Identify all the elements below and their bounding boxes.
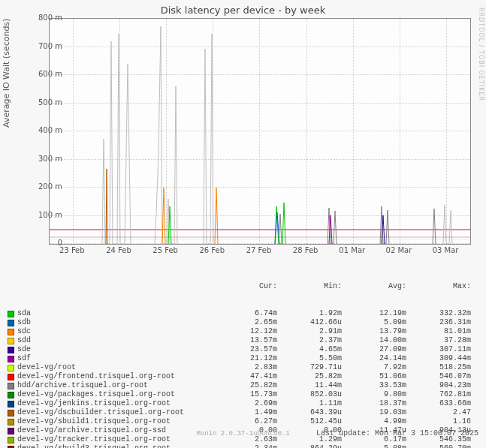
x-tick: 23 Feb	[59, 246, 85, 254]
x-tick: 27 Feb	[246, 246, 272, 254]
legend-swatch	[8, 374, 14, 380]
legend-max: 81.01m	[406, 327, 471, 336]
col-cur: Cur:	[213, 282, 277, 291]
legend-avg: 19.03m	[342, 408, 406, 417]
y-tick: 800 m	[32, 14, 62, 22]
legend-min: 1.11m	[277, 399, 342, 408]
legend-name: devel-vg/packages.trisquel.org-root	[17, 390, 213, 399]
legend-swatch	[8, 356, 14, 362]
col-avg: Avg:	[342, 282, 406, 291]
legend-max: 518.25m	[406, 363, 471, 372]
chart-title: Disk latency per device - by week	[0, 5, 486, 16]
legend-cur: 13.57m	[213, 336, 277, 345]
legend-row: sda6.74m1.92m12.19m332.32m	[8, 309, 478, 318]
legend-cur: 2.69m	[213, 399, 277, 408]
legend-avg: 14.00m	[342, 336, 406, 345]
legend-row: devel-vg/dscbuilder.trisquel.org-root1.4…	[8, 408, 478, 417]
legend-cur: 12.12m	[213, 327, 277, 336]
legend-row: devel-vg/jenkins.trisquel.org-root2.69m1…	[8, 399, 478, 408]
legend-swatch	[8, 329, 14, 335]
legend-avg: 18.37m	[342, 399, 406, 408]
legend-row: devel-vg/sbuild1.trisquel.org-root6.27m5…	[8, 417, 478, 426]
legend-avg: 27.09m	[342, 345, 406, 354]
legend-cur: 2.34m	[213, 444, 277, 448]
legend-cur: 21.12m	[213, 354, 277, 363]
legend-min: 25.82m	[277, 372, 342, 381]
legend-min: 864.29u	[277, 444, 342, 448]
legend-row: devel-vg/root2.83m729.71u7.92m518.25m	[8, 363, 478, 372]
legend-swatch	[8, 419, 14, 425]
legend-avg: 5.08m	[342, 444, 406, 448]
legend-swatch	[8, 338, 14, 344]
legend-row: sdc12.12m2.91m13.79m81.01m	[8, 327, 478, 336]
legend-min: 643.39u	[277, 408, 342, 417]
legend-cur: 6.74m	[213, 309, 277, 318]
legend-swatch	[8, 401, 14, 407]
legend-avg: 24.14m	[342, 354, 406, 363]
chart-container: Disk latency per device - by week RRDTOO…	[0, 0, 486, 448]
legend-name: devel-vg/jenkins.trisquel.org-root	[17, 399, 213, 408]
legend-max: 236.31m	[406, 318, 471, 327]
legend-min: 1.92m	[277, 309, 342, 318]
x-tick: 25 Feb	[152, 246, 178, 254]
legend-row: sdf21.12m5.50m24.14m309.44m	[8, 354, 478, 363]
legend-min: 5.50m	[277, 354, 342, 363]
y-tick: 200 m	[32, 182, 62, 191]
y-tick: 300 m	[32, 155, 62, 163]
legend-table: Cur: Min: Avg: Max: sda6.74m1.92m12.19m3…	[8, 264, 478, 448]
legend-avg: 7.92m	[342, 363, 406, 372]
legend-cur: 1.49m	[213, 408, 277, 417]
legend-swatch	[8, 365, 14, 371]
legend-name: devel-vg/frontend.trisquel.org-root	[17, 372, 213, 381]
legend-swatch	[8, 410, 14, 416]
legend-min: 512.45u	[277, 417, 342, 426]
legend-row: sdd13.57m2.37m14.00m37.28m	[8, 336, 478, 345]
legend-name: devel-vg/dscbuilder.trisquel.org-root	[17, 408, 213, 417]
plot-area	[49, 18, 471, 245]
legend-avg: 13.79m	[342, 327, 406, 336]
legend-max: 37.28m	[406, 336, 471, 345]
legend-cur: 6.27m	[213, 417, 277, 426]
legend-row: sdb2.65m412.66u5.09m236.31m	[8, 318, 478, 327]
x-tick: 26 Feb	[199, 246, 225, 254]
legend-row: hdd/archive.trisquel.org-root25.82m11.44…	[8, 381, 478, 390]
legend-max: 1.16	[406, 417, 471, 426]
legend-swatch	[8, 347, 14, 353]
col-max: Max:	[406, 282, 471, 291]
y-tick: 600 m	[32, 70, 62, 78]
legend-max: 332.32m	[406, 309, 471, 318]
legend-min: 412.66u	[277, 318, 342, 327]
legend-min: 2.91m	[277, 327, 342, 336]
y-tick: 0	[32, 239, 62, 247]
legend-cur: 2.83m	[213, 363, 277, 372]
x-tick: 03 Mar	[433, 246, 459, 254]
legend-swatch	[8, 446, 14, 449]
legend-max: 904.23m	[406, 381, 471, 390]
legend-cur: 15.73m	[213, 390, 277, 399]
legend-avg: 4.99m	[342, 417, 406, 426]
legend-name: devel-vg/sbuild3.trisquel.org-root	[17, 444, 213, 448]
legend-swatch	[8, 311, 14, 317]
legend-max: 633.66m	[406, 399, 471, 408]
legend-avg: 5.09m	[342, 318, 406, 327]
legend-cur: 47.41m	[213, 372, 277, 381]
y-tick: 500 m	[32, 98, 62, 107]
legend-min: 729.71u	[277, 363, 342, 372]
y-axis-label: Average IO Wait (seconds)	[2, 19, 11, 128]
legend-min: 2.37m	[277, 336, 342, 345]
legend-swatch	[8, 392, 14, 398]
legend-cur: 23.57m	[213, 345, 277, 354]
legend-name: sda	[17, 309, 213, 318]
legend-max: 546.07m	[406, 372, 471, 381]
legend-row: devel-vg/frontend.trisquel.org-root47.41…	[8, 372, 478, 381]
watermark: RRDTOOL / TOBI OETIKER	[478, 8, 484, 101]
y-tick: 100 m	[32, 211, 62, 219]
legend-swatch	[8, 383, 14, 389]
legend-swatch	[8, 320, 14, 326]
x-tick: 02 Mar	[386, 246, 412, 254]
legend-avg: 51.06m	[342, 372, 406, 381]
legend-avg: 12.19m	[342, 309, 406, 318]
legend-max: 309.44m	[406, 354, 471, 363]
data-lines	[50, 19, 470, 244]
legend-name: hdd/archive.trisquel.org-root	[17, 381, 213, 390]
